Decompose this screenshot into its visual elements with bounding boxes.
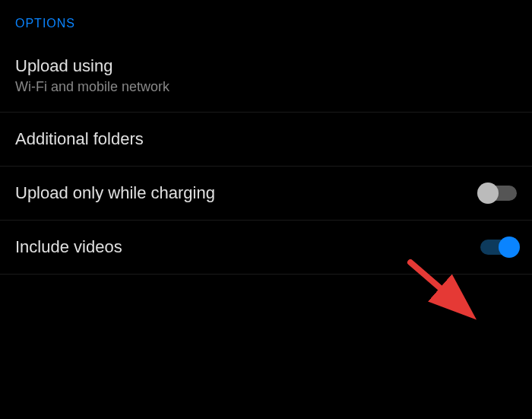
row-text: Upload only while charging [15,183,215,203]
row-upload-using[interactable]: Upload using Wi-Fi and mobile network [0,40,532,113]
row-title-additional-folders: Additional folders [15,129,144,149]
row-additional-folders[interactable]: Additional folders [0,113,532,167]
row-text: Upload using Wi-Fi and mobile network [15,56,169,95]
toggle-thumb-on [499,236,520,258]
section-header-options: OPTIONS [0,0,532,40]
row-subtitle-upload-using: Wi-Fi and mobile network [15,79,169,95]
row-text: Include videos [15,237,122,257]
row-title-include-videos: Include videos [15,237,122,257]
row-include-videos[interactable]: Include videos [0,221,532,275]
row-upload-only-while-charging[interactable]: Upload only while charging [0,167,532,221]
row-title-upload-charging: Upload only while charging [15,183,215,203]
toggle-include-videos[interactable] [480,240,517,255]
row-title-upload-using: Upload using [15,56,169,76]
toggle-thumb-off [477,183,499,204]
row-text: Additional folders [15,129,144,149]
toggle-upload-charging[interactable] [480,186,517,201]
settings-list: Upload using Wi-Fi and mobile network Ad… [0,40,532,275]
